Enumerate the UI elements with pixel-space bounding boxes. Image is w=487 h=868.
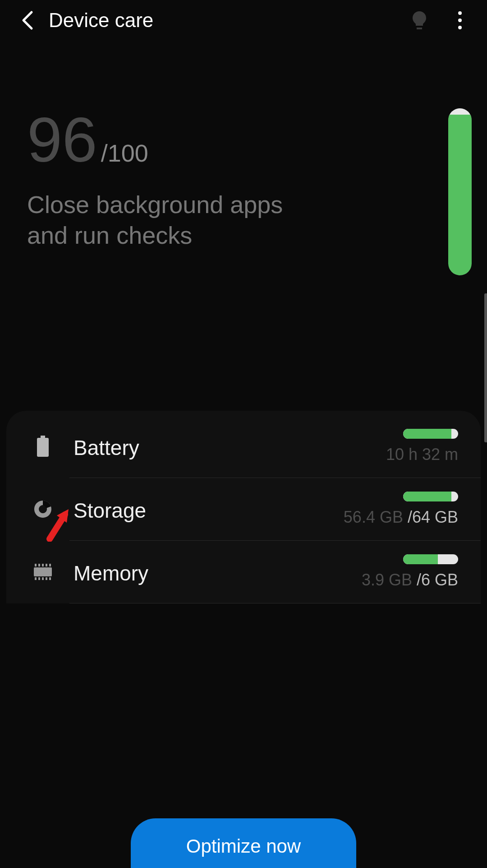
header: Device care xyxy=(0,0,487,41)
svg-rect-0 xyxy=(41,436,45,438)
storage-row[interactable]: Storage 56.4 GB /64 GB xyxy=(6,478,481,540)
storage-label: Storage xyxy=(74,498,146,523)
memory-icon xyxy=(31,560,55,584)
score-value: 96 xyxy=(27,108,97,172)
svg-rect-11 xyxy=(46,577,47,580)
svg-rect-3 xyxy=(35,564,37,566)
score-section: 96 /100 Close background apps and run ch… xyxy=(0,41,487,411)
battery-bar xyxy=(403,429,458,439)
svg-rect-8 xyxy=(35,577,37,580)
battery-label: Battery xyxy=(74,436,139,460)
optimize-now-button[interactable]: Optimize now xyxy=(131,818,356,868)
memory-usage: 3.9 GB /6 GB xyxy=(362,571,458,589)
divider xyxy=(69,603,481,603)
more-options-button[interactable] xyxy=(451,11,469,29)
svg-rect-1 xyxy=(37,438,49,457)
memory-label: Memory xyxy=(74,561,148,585)
battery-row[interactable]: Battery 10 h 32 m xyxy=(6,415,481,478)
svg-rect-10 xyxy=(42,577,44,580)
battery-remaining: 10 h 32 m xyxy=(386,445,458,464)
svg-rect-12 xyxy=(49,577,51,580)
score-advice: Close background apps and run checks xyxy=(27,190,307,251)
metrics-card: Battery 10 h 32 m Storage 56.4 GB /64 GB xyxy=(6,411,481,603)
lightbulb-icon xyxy=(411,10,428,30)
memory-row[interactable]: Memory 3.9 GB /6 GB xyxy=(6,541,481,603)
storage-icon xyxy=(31,497,55,521)
storage-bar xyxy=(403,492,458,501)
battery-icon xyxy=(31,435,55,458)
score-bar xyxy=(448,108,472,275)
svg-rect-2 xyxy=(34,567,52,576)
chevron-left-icon xyxy=(21,10,33,30)
memory-bar xyxy=(403,554,458,564)
svg-rect-4 xyxy=(38,564,40,566)
score-bar-fill xyxy=(448,115,472,275)
scroll-indicator xyxy=(484,293,487,442)
svg-rect-5 xyxy=(42,564,44,566)
storage-usage: 56.4 GB /64 GB xyxy=(344,508,458,527)
svg-rect-6 xyxy=(46,564,47,566)
score-max: /100 xyxy=(101,139,148,167)
tips-button[interactable] xyxy=(409,10,429,30)
page-title: Device care xyxy=(49,9,153,32)
back-button[interactable] xyxy=(18,11,36,29)
more-vertical-icon xyxy=(458,11,462,15)
svg-rect-7 xyxy=(49,564,51,566)
svg-rect-9 xyxy=(38,577,40,580)
